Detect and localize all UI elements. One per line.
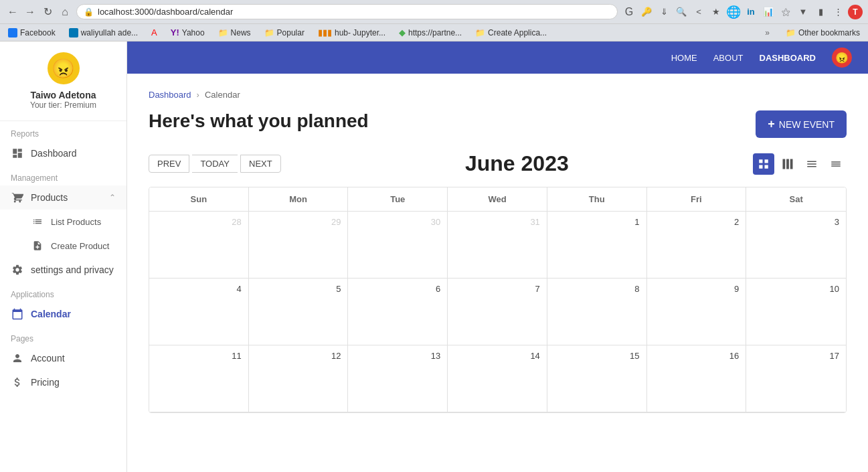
top-nav-dashboard[interactable]: DASHBOARD bbox=[760, 50, 816, 66]
sidebar-item-list-products[interactable]: List Products bbox=[0, 210, 126, 234]
cal-day-2[interactable]: 2 bbox=[647, 212, 747, 279]
header-wed: Wed bbox=[448, 187, 547, 212]
cal-day-8[interactable]: 8 bbox=[547, 279, 647, 345]
day-number: 28 bbox=[153, 216, 244, 228]
cal-day-30-prev[interactable]: 30 bbox=[348, 212, 448, 279]
cal-day-11[interactable]: 11 bbox=[149, 345, 249, 412]
bookmark-jupyter[interactable]: ▮▮▮ hub- Jupyter... bbox=[315, 26, 388, 39]
sidebar-item-account[interactable]: Account bbox=[0, 346, 126, 370]
day-number: 4 bbox=[153, 283, 244, 295]
extension-icon1[interactable]: 🌐 bbox=[726, 5, 741, 19]
section-label-management: Management bbox=[0, 165, 126, 185]
sidebar-item-products[interactable]: Products ⌃ bbox=[0, 185, 126, 210]
extensions-btn[interactable]: ▼ bbox=[796, 5, 810, 19]
cal-day-10[interactable]: 10 bbox=[746, 279, 846, 345]
day-number: 6 bbox=[352, 283, 443, 295]
next-button[interactable]: NEXT bbox=[240, 155, 281, 173]
sidebar: 😠 Taiwo Adetona Your tier: Premium Repor… bbox=[0, 42, 127, 472]
bookmark-popular[interactable]: 📁 Popular bbox=[262, 27, 307, 39]
breadcrumb-dashboard[interactable]: Dashboard bbox=[149, 90, 191, 100]
cal-day-28-prev[interactable]: 28 bbox=[149, 212, 249, 279]
day-number: 15 bbox=[551, 349, 642, 362]
top-nav-about[interactable]: ABOUT bbox=[713, 50, 744, 66]
menu-btn[interactable]: ⋮ bbox=[831, 5, 845, 19]
top-nav-home[interactable]: HOME bbox=[671, 50, 697, 66]
sidebar-item-create-product-label: Create Product bbox=[51, 241, 109, 251]
search-icon[interactable]: 🔍 bbox=[674, 5, 689, 19]
top-nav-profile-icon[interactable]: 😠 bbox=[832, 48, 852, 68]
star-icon[interactable]: ★ bbox=[709, 5, 723, 19]
url-text: localhost:3000/dashboard/calendar bbox=[98, 7, 233, 17]
bookmark-adobe[interactable]: A bbox=[149, 26, 160, 39]
sidebar-toggle[interactable]: ▮ bbox=[813, 5, 828, 19]
sidebar-item-dashboard[interactable]: Dashboard bbox=[0, 141, 126, 165]
calendar-icon bbox=[11, 307, 24, 321]
forward-button[interactable]: → bbox=[23, 5, 37, 19]
cal-day-31-prev[interactable]: 31 bbox=[448, 212, 547, 279]
new-event-button[interactable]: + NEW EVENT bbox=[756, 110, 847, 138]
key-icon[interactable]: 🔑 bbox=[639, 5, 654, 19]
bookmarks-bar: Facebook waliyullah ade... A Y! Yahoo 📁 … bbox=[0, 24, 868, 42]
cal-day-29-prev[interactable]: 29 bbox=[249, 212, 349, 279]
bookmark-partner[interactable]: ◆ https://partne... bbox=[396, 26, 464, 39]
view-compact-button[interactable] bbox=[825, 153, 847, 175]
bookmark-create-app-label: Create Applica... bbox=[488, 28, 547, 37]
bookmark-yahoo[interactable]: Y! Yahoo bbox=[168, 26, 207, 39]
cal-day-12[interactable]: 12 bbox=[249, 345, 349, 412]
browser-actions: G 🔑 ⇓ 🔍 < ★ 🌐 in 📊 ⚝ ▼ ▮ ⋮ T bbox=[622, 5, 863, 19]
sidebar-item-pricing[interactable]: Pricing bbox=[0, 370, 126, 394]
calendar-nav: PREV TODAY NEXT bbox=[149, 155, 281, 173]
view-list-button[interactable] bbox=[801, 153, 822, 175]
refresh-button[interactable]: ↻ bbox=[40, 5, 55, 19]
breadcrumb-calendar: Calendar bbox=[205, 90, 240, 100]
bookmark-news[interactable]: 📁 News bbox=[215, 27, 254, 39]
cal-day-9[interactable]: 9 bbox=[647, 279, 747, 345]
back-button[interactable]: ← bbox=[5, 5, 20, 19]
extension-icon2[interactable]: in bbox=[744, 5, 758, 19]
day-number: 3 bbox=[750, 216, 842, 228]
extension-icon4[interactable]: ⚝ bbox=[778, 5, 793, 19]
cal-day-6[interactable]: 6 bbox=[348, 279, 448, 345]
bookmark-linkedin[interactable]: waliyullah ade... bbox=[66, 27, 141, 39]
cal-day-14[interactable]: 14 bbox=[448, 345, 547, 412]
bookmarks-more-btn[interactable]: » bbox=[762, 27, 772, 39]
sidebar-item-products-label: Products bbox=[31, 192, 68, 203]
bookmark-create-app[interactable]: 📁 Create Applica... bbox=[472, 27, 549, 39]
cal-day-1[interactable]: 1 bbox=[547, 212, 647, 279]
sidebar-item-calendar[interactable]: Calendar bbox=[0, 302, 126, 326]
cal-day-17[interactable]: 17 bbox=[746, 345, 846, 412]
share-icon[interactable]: < bbox=[691, 5, 706, 19]
cal-day-4[interactable]: 4 bbox=[149, 279, 249, 345]
bookmark-other[interactable]: 📁 Other bookmarks bbox=[783, 27, 863, 39]
breadcrumb-separator: › bbox=[197, 90, 199, 100]
cal-day-5[interactable]: 5 bbox=[249, 279, 349, 345]
plus-icon: + bbox=[768, 117, 775, 131]
bookmark-facebook[interactable]: Facebook bbox=[5, 27, 58, 39]
today-button[interactable]: TODAY bbox=[192, 155, 238, 173]
popular-folder-icon: 📁 bbox=[264, 28, 274, 37]
cal-day-16[interactable]: 16 bbox=[647, 345, 747, 412]
download-icon[interactable]: ⇓ bbox=[657, 5, 671, 19]
view-grid-button[interactable] bbox=[753, 153, 774, 175]
jupyter-icon: ▮▮▮ bbox=[318, 27, 332, 37]
cal-day-7[interactable]: 7 bbox=[448, 279, 547, 345]
day-number: 14 bbox=[452, 349, 543, 362]
section-label-reports: Reports bbox=[0, 121, 126, 141]
cal-day-3[interactable]: 3 bbox=[746, 212, 846, 279]
user-name: Taiwo Adetona bbox=[11, 90, 116, 100]
cal-day-15[interactable]: 15 bbox=[547, 345, 647, 412]
cal-day-13[interactable]: 13 bbox=[348, 345, 448, 412]
prev-button[interactable]: PREV bbox=[149, 155, 189, 173]
create-app-folder-icon: 📁 bbox=[475, 28, 485, 37]
address-bar[interactable]: 🔒 localhost:3000/dashboard/calendar bbox=[76, 4, 618, 19]
user-tier-label: Your tier: Premium bbox=[11, 100, 116, 110]
extension-icon3[interactable]: 📊 bbox=[761, 5, 776, 19]
create-product-icon bbox=[31, 239, 44, 252]
profile-avatar[interactable]: T bbox=[848, 5, 863, 19]
sidebar-item-create-product[interactable]: Create Product bbox=[0, 234, 126, 258]
home-button[interactable]: ⌂ bbox=[58, 5, 72, 19]
sidebar-item-settings[interactable]: settings and privacy bbox=[0, 258, 126, 282]
view-columns-button[interactable] bbox=[777, 153, 798, 175]
google-icon[interactable]: G bbox=[622, 5, 636, 19]
day-number: 12 bbox=[253, 349, 344, 362]
